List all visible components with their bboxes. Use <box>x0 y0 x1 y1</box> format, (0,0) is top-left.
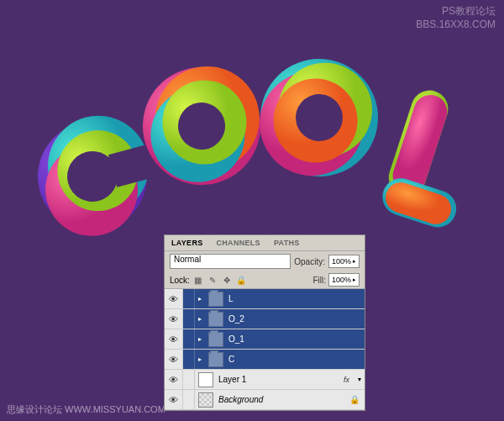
fx-badge[interactable]: fx <box>344 376 354 384</box>
layer-row-folder[interactable]: 👁 ▸ O_2 <box>165 309 365 329</box>
expand-icon[interactable]: ▸ <box>195 335 205 343</box>
tab-layers[interactable]: LAYERS <box>165 235 209 250</box>
chevron-right-icon: ▸ <box>353 276 356 283</box>
layer-row-background[interactable]: 👁 Background 🔒 <box>165 390 365 410</box>
layer-thumbnail <box>198 392 213 408</box>
lock-transparency-icon[interactable]: ▦ <box>192 274 204 286</box>
layers-panel: LAYERS CHANNELS PATHS Normal Opacity: 10… <box>164 234 365 411</box>
lock-all-icon[interactable]: 🔒 <box>235 274 247 286</box>
layer-name[interactable]: Layer 1 <box>217 375 344 384</box>
expand-icon[interactable]: ▸ <box>195 295 205 303</box>
lock-move-icon[interactable]: ✥ <box>221 274 233 286</box>
layer-row-folder[interactable]: 👁 ▸ L <box>165 289 365 309</box>
eye-icon[interactable]: 👁 <box>169 334 178 345</box>
expand-icon[interactable]: ▸ <box>195 355 205 363</box>
layer-thumbnail <box>198 372 213 387</box>
layer-name[interactable]: L <box>227 294 365 303</box>
tab-channels[interactable]: CHANNELS <box>209 235 266 250</box>
layer-name[interactable]: O_1 <box>227 334 365 344</box>
eye-icon[interactable]: 👁 <box>169 395 178 405</box>
lock-icon: 🔒 <box>349 395 365 404</box>
layer-row-folder[interactable]: 👁 ▸ C <box>165 350 365 370</box>
tab-paths[interactable]: PATHS <box>267 235 307 250</box>
lock-brush-icon[interactable]: ✎ <box>207 274 218 286</box>
fill-field[interactable]: 100%▸ <box>328 273 360 287</box>
layer-name[interactable]: O_2 <box>227 314 365 324</box>
layer-row-folder[interactable]: 👁 ▸ O_1 <box>165 329 365 350</box>
eye-icon[interactable]: 👁 <box>169 375 178 385</box>
watermark-bottom-left: 思缘设计论坛 WWW.MISSYUAN.COM <box>7 403 165 416</box>
folder-icon <box>208 352 223 367</box>
eye-icon[interactable]: 👁 <box>169 355 178 365</box>
eye-icon[interactable]: 👁 <box>169 314 178 324</box>
folder-icon <box>208 332 223 347</box>
folder-icon <box>208 312 223 327</box>
layer-list: 👁 ▸ L 👁 ▸ O_2 👁 ▸ O_1 👁 ▸ C <box>165 289 365 410</box>
canvas-artwork <box>34 25 470 244</box>
opacity-field[interactable]: 100%▸ <box>328 255 360 268</box>
panel-tabs: LAYERS CHANNELS PATHS <box>165 235 365 251</box>
layer-name[interactable]: Background <box>217 395 349 404</box>
fx-expand-icon[interactable]: ▾ <box>354 376 365 383</box>
folder-icon <box>208 292 223 307</box>
fill-label: Fill: <box>312 276 326 285</box>
expand-icon[interactable]: ▸ <box>195 315 205 323</box>
chevron-right-icon: ▸ <box>353 258 356 265</box>
opacity-label: Opacity: <box>294 257 325 266</box>
layer-name[interactable]: C <box>227 355 365 364</box>
blend-mode-select[interactable]: Normal <box>170 254 291 269</box>
eye-icon[interactable]: 👁 <box>169 294 178 304</box>
layer-row[interactable]: 👁 Layer 1 fx ▾ <box>165 370 365 390</box>
lock-label: Lock: <box>170 276 190 285</box>
